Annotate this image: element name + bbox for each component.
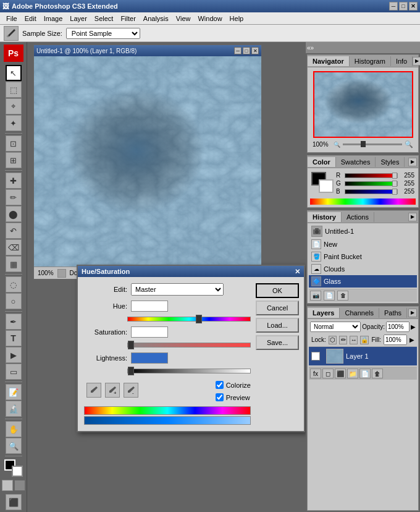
edit-select[interactable]: Master Reds Yellows Greens Cyans Blues M… <box>131 283 224 296</box>
layer-visibility-btn[interactable]: 👁 <box>311 352 320 361</box>
r-slider-thumb[interactable] <box>392 173 397 179</box>
screen-mode-btn[interactable]: ⬛ <box>6 494 22 510</box>
opacity-arrow-icon[interactable]: ▶ <box>411 323 416 330</box>
lock-transparent-btn[interactable]: ⬡ <box>329 336 337 344</box>
b-slider-thumb[interactable] <box>392 189 397 195</box>
menu-layer[interactable]: Layer <box>66 14 91 23</box>
tool-hand[interactable]: ✋ <box>6 421 22 437</box>
menu-select[interactable]: Select <box>91 14 117 23</box>
dialog-close-btn[interactable]: ✕ <box>295 268 300 276</box>
fg-bg-colors[interactable] <box>311 172 334 193</box>
b-slider[interactable] <box>345 189 398 194</box>
blend-mode-select[interactable]: Normal Multiply Screen <box>310 322 361 332</box>
panel-collapse-btn[interactable]: «» <box>307 45 314 51</box>
menu-file[interactable]: File <box>2 14 21 23</box>
tool-marquee[interactable]: ⬚ <box>6 82 22 98</box>
new-snapshot-btn[interactable]: 📷 <box>310 291 321 301</box>
layer-item[interactable]: 👁 Layer 1 <box>309 347 417 365</box>
tool-text[interactable]: T <box>6 330 22 346</box>
colorize-checkbox[interactable] <box>216 381 224 389</box>
cancel-button[interactable]: Cancel <box>256 301 299 315</box>
layer-adjustment-btn[interactable]: ⬛ <box>335 369 346 378</box>
fill-input[interactable] <box>384 335 407 345</box>
tab-channels[interactable]: Channels <box>340 308 379 318</box>
preview-checkbox[interactable] <box>216 393 224 401</box>
tool-notes[interactable]: 📝 <box>6 384 22 400</box>
document-title-bar[interactable]: Untitled-1 @ 100% (Layer 1, RGB/8) ─ □ ✕ <box>34 45 261 56</box>
tab-history[interactable]: History <box>308 212 342 222</box>
history-clouds-item[interactable]: ☁ Clouds <box>309 263 417 275</box>
lock-position-btn[interactable]: ↔ <box>350 336 358 344</box>
eyedropper-btn[interactable] <box>86 383 101 398</box>
ok-button[interactable]: OK <box>256 283 299 298</box>
tool-zoom[interactable]: 🔍 <box>6 438 22 454</box>
tool-pen[interactable]: ✒ <box>6 314 22 330</box>
nav-zoom-thumb[interactable] <box>361 141 366 147</box>
hue-input[interactable]: 210 <box>131 301 168 312</box>
sat-slider-thumb[interactable] <box>128 341 134 349</box>
close-button[interactable]: ✕ <box>409 2 418 11</box>
sat-input[interactable]: 25 <box>131 326 168 338</box>
menu-window[interactable]: Window <box>194 14 225 23</box>
tool-stamp[interactable]: ⬤ <box>6 206 22 222</box>
menu-help[interactable]: Help <box>226 14 248 23</box>
tab-color[interactable]: Color <box>308 157 336 167</box>
doc-maximize-btn[interactable]: □ <box>243 47 250 54</box>
quick-mask-btn[interactable] <box>14 480 25 491</box>
background-color[interactable] <box>319 179 334 193</box>
layer-group-btn[interactable]: 📁 <box>347 369 358 378</box>
layer-styles-btn[interactable]: fx <box>310 369 321 378</box>
tool-crop[interactable]: ⊡ <box>6 135 22 151</box>
history-panel-menu-btn[interactable]: ▶ <box>408 213 417 221</box>
sample-size-select[interactable]: Point Sample 3 by 3 Average 5 by 5 Avera… <box>66 28 140 39</box>
tool-gradient[interactable]: ▦ <box>6 256 22 272</box>
eyedropper-add-btn[interactable]: + <box>105 383 120 398</box>
hue-slider-thumb[interactable] <box>196 315 202 323</box>
menu-image[interactable]: Image <box>40 14 67 23</box>
tab-actions[interactable]: Actions <box>342 212 374 222</box>
zoom-out-icon[interactable]: 🔍 <box>334 142 340 148</box>
fill-arrow-icon[interactable]: ▶ <box>410 336 414 343</box>
tab-swatches[interactable]: Swatches <box>336 157 376 167</box>
g-slider-thumb[interactable] <box>392 181 397 187</box>
tool-preset-picker[interactable] <box>4 26 19 41</box>
history-snapshot-item[interactable]: Untitled-1 <box>309 224 417 238</box>
eyedropper-sub-btn[interactable]: - <box>124 383 138 398</box>
tool-eraser[interactable]: ⌫ <box>6 239 22 255</box>
menu-filter[interactable]: Filter <box>117 14 139 23</box>
tool-magic-wand[interactable]: ✦ <box>6 115 22 131</box>
tool-history-brush[interactable]: ↶ <box>6 223 22 239</box>
color-selector[interactable] <box>4 459 23 477</box>
g-slider[interactable] <box>345 181 398 186</box>
lock-image-btn[interactable]: ✏ <box>339 336 347 344</box>
tool-healing[interactable]: ✚ <box>6 173 22 189</box>
layer-mask-btn[interactable]: ◻ <box>322 369 334 378</box>
tool-slice[interactable]: ⊞ <box>6 152 22 168</box>
tool-move[interactable]: ↖ <box>6 65 22 81</box>
load-button[interactable]: Load... <box>256 318 299 333</box>
new-doc-from-history-btn[interactable]: 📄 <box>324 291 335 301</box>
lock-all-btn[interactable]: 🔒 <box>360 336 369 344</box>
standard-mode-btn[interactable] <box>2 480 13 491</box>
r-slider[interactable] <box>345 173 398 178</box>
delete-layer-btn[interactable]: 🗑 <box>372 369 383 378</box>
layers-panel-menu-btn[interactable]: ▶ <box>408 309 417 317</box>
menu-edit[interactable]: Edit <box>21 14 40 23</box>
nav-panel-menu-btn[interactable]: ▶ <box>413 57 420 66</box>
tab-info[interactable]: Info <box>391 56 413 66</box>
zoom-indicator[interactable] <box>57 269 66 278</box>
tool-brush[interactable]: ✏ <box>6 189 22 205</box>
zoom-in-icon[interactable]: 🔍 <box>405 140 413 148</box>
tab-layers[interactable]: Layers <box>308 308 340 318</box>
dialog-title-bar[interactable]: Hue/Saturation ✕ <box>78 266 304 277</box>
tab-paths[interactable]: Paths <box>379 308 407 318</box>
new-layer-btn[interactable]: 📄 <box>359 369 371 378</box>
nav-zoom-slider[interactable] <box>343 143 402 145</box>
tab-navigator[interactable]: Navigator <box>308 56 350 66</box>
tool-eyedropper[interactable]: 🔬 <box>6 401 22 417</box>
maximize-button[interactable]: □ <box>399 2 408 11</box>
tool-lasso[interactable]: ⌖ <box>6 98 22 114</box>
minimize-button[interactable]: ─ <box>389 2 398 11</box>
tool-dodge[interactable]: ○ <box>6 293 22 309</box>
menu-analysis[interactable]: Analysis <box>140 14 172 23</box>
